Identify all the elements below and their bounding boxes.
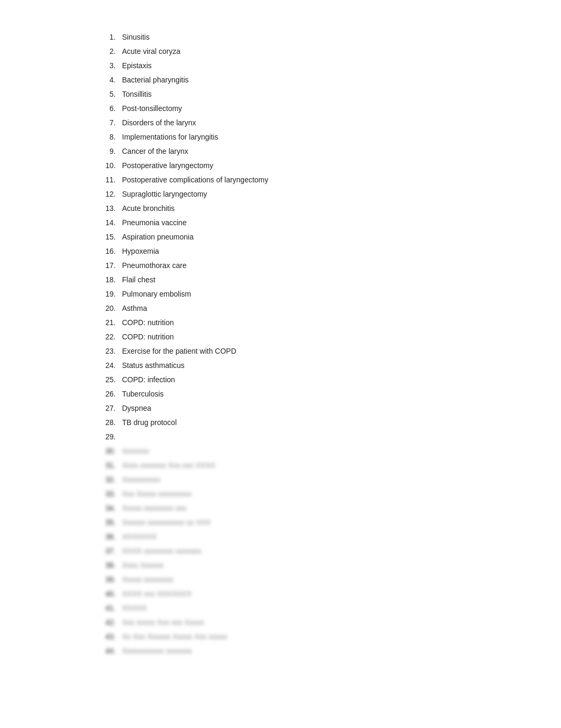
item-text: Disorders of the larynx	[122, 117, 465, 128]
item-number: 21.	[96, 317, 122, 328]
list-item: 27.Dyspnea	[96, 403, 465, 414]
item-number: 37.	[96, 546, 122, 557]
list-item: 4.Bacterial pharyngitis	[96, 75, 465, 86]
item-text: Post-tonsillectomy	[122, 103, 465, 114]
list-item: 10.Postoperative laryngectomy	[96, 160, 465, 171]
item-number: 35.	[96, 517, 122, 528]
item-number: 28.	[96, 417, 122, 428]
main-list: 1.Sinusitis2.Acute viral coryza3.Epistax…	[96, 32, 465, 657]
list-item: 9.Cancer of the larynx	[96, 146, 465, 157]
item-text: Acute bronchitis	[122, 203, 465, 214]
item-number: 30.	[96, 446, 122, 457]
item-number: 40.	[96, 588, 122, 600]
item-text: XXXXXXX	[122, 531, 465, 542]
item-text: Dyspnea	[122, 403, 465, 414]
list-item: 43.Xx Xxx Xxxxxx Xxxxx Xxx xxxxx	[96, 631, 465, 642]
item-text: Tonsillitis	[122, 89, 465, 100]
item-text: Sinusitis	[122, 32, 465, 43]
item-text: Acute viral coryza	[122, 46, 465, 57]
item-text: Hypoxemia	[122, 246, 465, 257]
item-text: Bacterial pharyngitis	[122, 75, 465, 86]
item-text: Implementations for laryngitis	[122, 132, 465, 143]
list-item: 30.Xxxxxxx	[96, 446, 465, 457]
item-text: XXXX xxx XXXXXXX	[122, 588, 465, 600]
item-text: Xxxx xxxxxxx Xxx xxx XXXX	[122, 460, 465, 471]
list-item: 28.TB drug protocol	[96, 417, 465, 428]
item-text: Xxxxxxx	[122, 446, 465, 457]
list-item: 38.Xxxx Xxxxxx	[96, 560, 465, 571]
list-item: 5.Tonsillitis	[96, 89, 465, 100]
list-item: 6.Post-tonsillectomy	[96, 103, 465, 114]
item-text: Pulmonary embolism	[122, 289, 465, 300]
item-number: 23.	[96, 346, 122, 357]
item-text: Aspiration pneumonia	[122, 232, 465, 243]
list-item: 2.Acute viral coryza	[96, 46, 465, 57]
list-item: 3.Epistaxis	[96, 60, 465, 71]
item-number: 8.	[96, 132, 122, 143]
item-number: 42.	[96, 617, 122, 628]
list-item: 35.Xxxxxx xxxxxxxxxx xx XXX	[96, 517, 465, 528]
item-number: 33.	[96, 489, 122, 500]
item-number: 4.	[96, 75, 122, 86]
list-item: 8.Implementations for laryngitis	[96, 132, 465, 143]
item-text: COPD: nutrition	[122, 317, 465, 328]
item-text: Asthma	[122, 303, 465, 314]
item-number: 1.	[96, 32, 122, 43]
item-text: Xxxxx xxxxxxxx xxx	[122, 503, 465, 514]
list-item: 41.XXXXX	[96, 603, 465, 614]
item-number: 22.	[96, 331, 122, 343]
item-number: 41.	[96, 603, 122, 614]
item-text: Supraglottic laryngectomy	[122, 189, 465, 200]
item-number: 26.	[96, 389, 122, 400]
list-item: 33.Xxx Xxxxx xxxxxxxxx	[96, 489, 465, 500]
item-number: 25.	[96, 374, 122, 385]
item-text: Xxxxx xxxxxxxx	[122, 574, 465, 585]
item-number: 34.	[96, 503, 122, 514]
item-text: Postoperative complications of laryngect…	[122, 174, 465, 186]
list-item: 40.XXXX xxx XXXXXXX	[96, 588, 465, 600]
item-number: 12.	[96, 189, 122, 200]
item-text: COPD: nutrition	[122, 331, 465, 343]
item-number: 16.	[96, 246, 122, 257]
list-item: 1.Sinusitis	[96, 32, 465, 43]
item-number: 44.	[96, 646, 122, 657]
list-item: 23.Exercise for the patient with COPD	[96, 346, 465, 357]
item-number: 20.	[96, 303, 122, 314]
list-item: 14.Pneumonia vaccine	[96, 217, 465, 228]
list-item: 21.COPD: nutrition	[96, 317, 465, 328]
item-text: Xxx Xxxxx xxxxxxxxx	[122, 489, 465, 500]
list-item: 7.Disorders of the larynx	[96, 117, 465, 128]
item-text: Status asthmaticus	[122, 360, 465, 371]
item-number: 43.	[96, 631, 122, 642]
item-text: Pneumonia vaccine	[122, 217, 465, 228]
item-number: 18.	[96, 274, 122, 285]
item-text: Tuberculosis	[122, 389, 465, 400]
item-number: 5.	[96, 89, 122, 100]
item-number: 14.	[96, 217, 122, 228]
item-number: 2.	[96, 46, 122, 57]
item-text: Postoperative laryngectomy	[122, 160, 465, 171]
item-text: Exercise for the patient with COPD	[122, 346, 465, 357]
item-number: 7.	[96, 117, 122, 128]
item-number: 6.	[96, 103, 122, 114]
item-number: 27.	[96, 403, 122, 414]
list-item: 16.Hypoxemia	[96, 246, 465, 257]
list-item: 24.Status asthmaticus	[96, 360, 465, 371]
item-number: 36.	[96, 531, 122, 542]
item-number: 11.	[96, 174, 122, 186]
item-text: Epistaxis	[122, 60, 465, 71]
list-item: 22.COPD: nutrition	[96, 331, 465, 343]
item-text: Xxx xxxxx Xxx xxx Xxxxx	[122, 617, 465, 628]
list-item: 17.Pneumothorax care	[96, 260, 465, 271]
list-item: 15.Aspiration pneumonia	[96, 232, 465, 243]
list-item: 26.Tuberculosis	[96, 389, 465, 400]
list-item: 29.	[96, 431, 465, 443]
list-item: 31.Xxxx xxxxxxx Xxx xxx XXXX	[96, 460, 465, 471]
list-item: 20.Asthma	[96, 303, 465, 314]
list-item: 12.Supraglottic laryngectomy	[96, 189, 465, 200]
list-item: 13.Acute bronchitis	[96, 203, 465, 214]
item-text: Xxxx Xxxxxx	[122, 560, 465, 571]
item-text: Flail chest	[122, 274, 465, 285]
item-text: TB drug protocol	[122, 417, 465, 428]
item-text: Pneumothorax care	[122, 260, 465, 271]
